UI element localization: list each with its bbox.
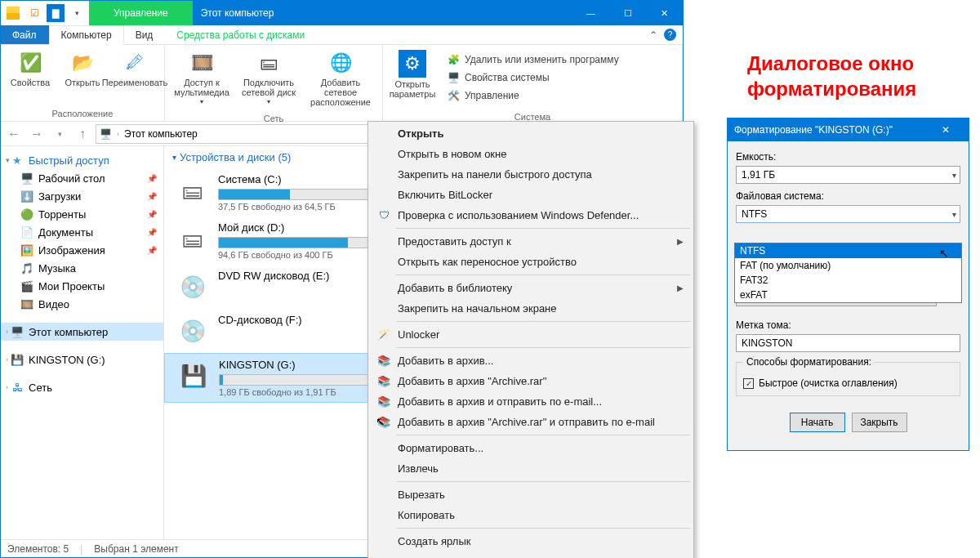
ctx-rar-add-named[interactable]: 📚Добавить в архив "Archive.rar" — [370, 371, 692, 391]
ctx-pin-quick-access[interactable]: Закрепить на панели быстрого доступа — [370, 164, 692, 185]
nav-item-3[interactable]: 📄Документы📌 — [1, 223, 163, 241]
capacity-bar — [218, 237, 390, 248]
ctx-pin-start[interactable]: Закрепить на начальном экране — [370, 298, 692, 319]
quick-access-toolbar: ☑ ▇ ▾ — [1, 1, 89, 25]
qat-check-icon[interactable]: ☑ — [25, 4, 43, 22]
add-location-icon: 🌐 — [327, 50, 354, 76]
cursor-icon: ↖ — [939, 247, 949, 260]
ctx-open[interactable]: Открыть — [370, 123, 692, 144]
rename-icon: 🖉 — [122, 50, 148, 76]
filesystem-label: Файловая система: — [736, 187, 960, 202]
nav-item-4[interactable]: 🖼️Изображения📌 — [1, 241, 163, 259]
tab-file[interactable]: Файл — [1, 25, 49, 44]
svg-rect-1 — [7, 13, 20, 20]
capacity-select[interactable]: 1,91 ГБ▾ — [736, 166, 960, 184]
ctx-open-new-window[interactable]: Открыть в новом окне — [370, 144, 692, 164]
ctx-copy[interactable]: Копировать — [370, 505, 692, 525]
nav-item-0[interactable]: 🖥️Рабочий стол📌 — [1, 169, 163, 187]
pin-icon: 📌 — [147, 210, 157, 219]
manage-icon: 🛠️ — [447, 89, 460, 102]
properties-button[interactable]: ✅Свойства — [6, 48, 55, 89]
nav-item-5[interactable]: 🎵Музыка — [1, 259, 163, 277]
fs-option-fat[interactable]: FAT (по умолчанию) — [735, 258, 961, 273]
nav-back-button[interactable]: ← — [4, 124, 24, 144]
drive-icon: 💾 — [176, 359, 211, 393]
this-pc[interactable]: ›🖥️Этот компьютер — [1, 323, 163, 341]
nav-up-button[interactable]: ↑ — [73, 124, 92, 144]
capacity-label: Емкость: — [736, 148, 960, 163]
pin-icon: 📌 — [147, 228, 157, 237]
open-button[interactable]: 📂Открыть — [58, 48, 107, 89]
shield-icon: 🛡 — [376, 209, 391, 221]
fs-option-fat32[interactable]: FAT32 — [735, 273, 961, 288]
media-access-button[interactable]: 🎞️Доступ к мультимедиа▾ — [170, 48, 234, 108]
fs-option-exfat[interactable]: exFAT — [735, 288, 961, 302]
drive-icon: 🖴 — [176, 173, 210, 208]
dialog-title: Форматирование "KINGSTON (G:)" — [734, 124, 893, 136]
minimize-button[interactable]: — — [572, 1, 609, 25]
tab-computer[interactable]: Компьютер — [49, 25, 124, 45]
dialog-close-button[interactable]: ✕ — [929, 124, 962, 136]
qat-dropdown-icon[interactable]: ▾ — [68, 4, 86, 22]
ctx-eject[interactable]: Извлечь — [370, 458, 692, 479]
nav-history-button[interactable]: ▾ — [50, 124, 69, 144]
ribbon-group-system: ⚙Открыть параметры 🧩Удалить или изменить… — [383, 45, 683, 121]
context-tab[interactable]: Управление — [89, 1, 193, 25]
volume-label-input[interactable]: KINGSTON — [736, 334, 960, 352]
tab-view[interactable]: Вид — [124, 25, 166, 44]
ribbon-group-location: ✅Свойства 📂Открыть 🖉Переименовать Распол… — [1, 45, 165, 121]
nav-pane: ▾★Быстрый доступ 🖥️Рабочий стол📌⬇️Загруз… — [1, 146, 164, 539]
kingston-drive[interactable]: ›💾KINGSTON (G:) — [1, 350, 163, 368]
ctx-rar-add[interactable]: 📚Добавить в архив... — [370, 350, 692, 371]
filesystem-dropdown: NTFS FAT (по умолчанию) FAT32 exFAT — [734, 243, 962, 303]
ctx-format[interactable]: Форматировать... — [370, 438, 692, 458]
ctx-rar-email[interactable]: 📚Добавить в архив и отправить по e-mail.… — [370, 391, 692, 412]
start-button[interactable]: Начать — [790, 413, 845, 432]
ctx-rar-named-email[interactable]: 📚Добавить в архив "Archive.rar" и отправ… — [370, 412, 692, 432]
close-dialog-button[interactable]: Закрыть — [852, 413, 907, 432]
manage-button[interactable]: 🛠️Управление — [443, 87, 622, 104]
filesystem-select[interactable]: NTFS▾ — [736, 205, 960, 223]
folder-icon: 🎬 — [20, 279, 33, 292]
context-menu: Открыть Открыть в новом окне Закрепить н… — [368, 121, 694, 558]
ctx-bitlocker[interactable]: Включить BitLocker — [370, 185, 692, 205]
ctx-defender[interactable]: 🛡Проверка с использованием Windows Defen… — [370, 205, 692, 225]
pc-icon: 🖥️ — [11, 325, 24, 338]
folder-icon: 🟢 — [20, 208, 33, 221]
add-location-button[interactable]: 🌐Добавить сетевое расположение — [304, 48, 377, 109]
folder-open-icon: 📂 — [69, 50, 96, 76]
rename-button[interactable]: 🖉Переименовать — [110, 48, 159, 89]
ctx-portable[interactable]: Открыть как переносное устройство — [370, 252, 692, 272]
capacity-bar — [219, 374, 390, 386]
quick-format-checkbox[interactable]: ✓ Быстрое (очистка оглавления) — [743, 377, 953, 389]
close-button[interactable]: ✕ — [646, 1, 683, 25]
qat-folder-icon[interactable]: ▇ — [47, 4, 65, 22]
ctx-share[interactable]: Предоставить доступ к▶ — [370, 231, 692, 252]
fs-option-ntfs[interactable]: NTFS — [735, 243, 961, 258]
open-settings-button[interactable]: ⚙Открыть параметры — [388, 48, 437, 100]
window-title: Этот компьютер — [193, 1, 572, 25]
nav-item-7[interactable]: 🎞️Видео — [1, 295, 163, 313]
nav-forward-button[interactable]: → — [27, 124, 47, 144]
nav-item-6[interactable]: 🎬Мои Проекты — [1, 277, 163, 295]
tab-disk-tools[interactable]: Средства работы с дисками — [165, 25, 317, 44]
uninstall-icon: 🧩 — [447, 53, 460, 66]
uninstall-program-button[interactable]: 🧩Удалить или изменить программу — [443, 51, 622, 68]
quick-access[interactable]: ▾★Быстрый доступ — [1, 151, 163, 169]
ctx-add-library[interactable]: Добавить в библиотеку▶ — [370, 278, 692, 298]
network[interactable]: ›🖧Сеть — [1, 378, 163, 396]
map-drive-button[interactable]: 🖴Подключить сетевой диск▾ — [237, 48, 301, 108]
ribbon-group-label: Расположение — [1, 107, 164, 121]
nav-item-1[interactable]: ⬇️Загрузки📌 — [1, 187, 163, 205]
window-buttons: — ☐ ✕ — [572, 1, 683, 25]
ctx-unlocker[interactable]: 🪄Unlocker — [370, 324, 692, 345]
ctx-cut[interactable]: Вырезать — [370, 484, 692, 505]
ctx-shortcut[interactable]: Создать ярлык — [370, 531, 692, 551]
maximize-button[interactable]: ☐ — [609, 1, 646, 25]
system-properties-button[interactable]: 🖥️Свойства системы — [443, 69, 622, 86]
help-icon[interactable]: ? — [664, 29, 676, 41]
ctx-rename[interactable]: Переименовать — [370, 551, 692, 558]
nav-item-2[interactable]: 🟢Торренты📌 — [1, 205, 163, 223]
cursor-icon: ↖ — [376, 415, 385, 428]
ribbon-collapse-icon[interactable]: ⌃ — [649, 29, 657, 41]
